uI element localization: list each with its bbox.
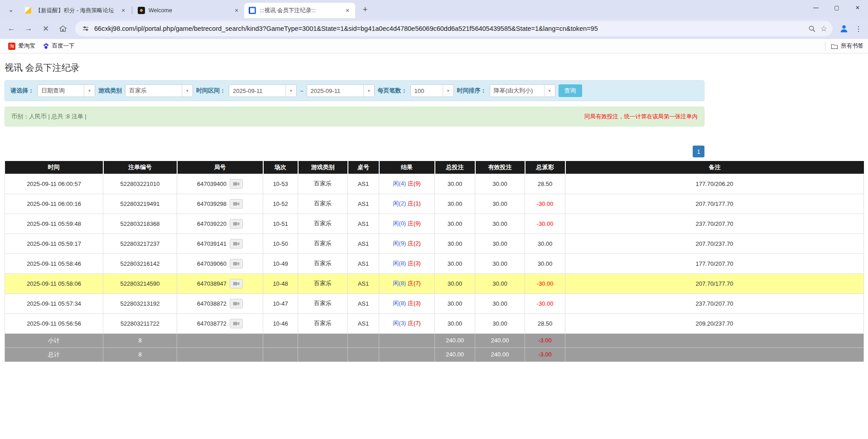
forward-button[interactable]: → — [21, 21, 36, 36]
sort-select[interactable]: 降幂(由大到小) ▼ — [490, 84, 555, 97]
cell-round: 647038772 — [177, 313, 263, 333]
cell-total-bet[interactable]: 30.00 — [435, 194, 475, 214]
subtotal-valid-bet: 240.00 — [475, 333, 525, 347]
result-player: 闲(0) — [393, 220, 406, 227]
all-bookmarks-button[interactable]: 所有书签 — [825, 42, 863, 51]
cell-time: 2025-09-11 06:00:57 — [5, 174, 103, 194]
replay-video-button[interactable] — [230, 319, 243, 328]
chevron-down-icon[interactable]: ▼ — [285, 85, 296, 97]
date-to-value: 2025-09-11 — [307, 88, 363, 94]
tab-welcome[interactable]: Welcome ✕ — [133, 3, 244, 18]
tab-close-icon[interactable]: ✕ — [119, 6, 127, 15]
site-settings-icon[interactable] — [81, 24, 91, 34]
cell-total-bet[interactable]: 30.00 — [435, 273, 475, 293]
chevron-down-icon[interactable]: ▼ — [443, 85, 453, 97]
query-type-value: 日期查询 — [38, 87, 84, 95]
video-replay-icon — [233, 281, 240, 286]
chevron-down-icon[interactable]: ▼ — [182, 85, 193, 97]
back-button[interactable]: ← — [4, 21, 19, 36]
bookmark-aitaobao[interactable]: 淘 爱淘宝 — [5, 41, 39, 51]
cell-valid-bet: 30.00 — [475, 254, 525, 273]
tab-separator — [132, 6, 132, 15]
cell-table-no: AS1 — [348, 313, 379, 333]
query-type-select[interactable]: 日期查询 ▼ — [37, 84, 95, 97]
video-replay-icon — [233, 181, 240, 186]
total-count: 8 — [103, 347, 177, 361]
replay-video-button[interactable] — [230, 259, 243, 268]
cell-payout: 28.50 — [525, 313, 565, 333]
tab-forum[interactable]: 【新提醒】积分 - 海燕策略论坛 ✕ — [20, 3, 131, 18]
game-type-select[interactable]: 百家乐 ▼ — [125, 84, 193, 97]
chevron-down-icon[interactable]: ▼ — [544, 85, 555, 97]
cell-total-bet[interactable]: 30.00 — [435, 293, 475, 313]
close-window-button[interactable]: ✕ — [847, 0, 868, 15]
tab-close-icon[interactable]: ✕ — [343, 6, 352, 15]
zoom-icon[interactable] — [808, 25, 816, 33]
date-to-select[interactable]: 2025-09-11 ▼ — [307, 84, 375, 97]
cell-note: 207.70/237.70 — [565, 234, 864, 254]
cell-total-bet[interactable]: 30.00 — [435, 254, 475, 273]
tab-bet-record[interactable]: :::视讯 会员下注纪录::: ✕ — [244, 3, 355, 18]
url-text[interactable]: 66cxkj98.com/ipl/portal.php/game/betreco… — [94, 25, 808, 32]
tilde-separator: ~ — [300, 88, 304, 94]
maximize-button[interactable]: ▢ — [826, 0, 847, 15]
tab-close-icon[interactable]: ✕ — [232, 6, 241, 15]
bookmarks-bar: 淘 爱淘宝 百度一下 所有书签 — [0, 39, 868, 54]
total-total-bet: 240.00 — [435, 347, 475, 361]
cell-total-bet[interactable]: 30.00 — [435, 234, 475, 254]
url-bar[interactable]: 66cxkj98.com/ipl/portal.php/game/betreco… — [75, 21, 833, 36]
browser-toolbar: ← → ✕ 66cxkj98.com/ipl/portal.php/game/b… — [0, 18, 868, 39]
cell-table-no: AS1 — [348, 254, 379, 273]
sort-value: 降幂(由大到小) — [490, 87, 544, 95]
cell-payout: -30.00 — [525, 293, 565, 313]
cell-table-no: AS1 — [348, 194, 379, 214]
home-button[interactable] — [55, 21, 71, 36]
result-banker: 庄(7) — [408, 280, 421, 287]
tab-title: Welcome — [149, 7, 230, 14]
replay-video-button[interactable] — [230, 279, 243, 288]
cell-bet-id: 522803211722 — [103, 313, 177, 333]
result-player: 闲(4) — [393, 180, 406, 187]
tab-title: :::视讯 会员下注纪录::: — [260, 7, 341, 15]
cell-session: 10-50 — [263, 234, 298, 254]
minimize-button[interactable]: — — [805, 0, 826, 15]
cell-table-no: AS1 — [348, 174, 379, 194]
result-player: 闲(9) — [393, 240, 406, 247]
cell-time: 2025-09-11 05:57:34 — [5, 293, 103, 313]
game-type-label: 游戏类别 — [98, 87, 122, 95]
browser-menu-icon[interactable]: ⋮ — [853, 22, 864, 35]
replay-video-button[interactable] — [230, 179, 243, 189]
stop-button[interactable]: ✕ — [38, 21, 53, 36]
page-number-button[interactable]: 1 — [693, 146, 704, 157]
summary-info-bar: 币别：人民币 | 总共 :8 注单 | 同局有效投注，统一计算在该局第一张注单内 — [5, 107, 704, 127]
cell-total-bet[interactable]: 30.00 — [435, 214, 475, 234]
header-bet-id: 注单编号 — [103, 161, 177, 174]
bookmark-star-icon[interactable]: ☆ — [820, 24, 827, 34]
table-row: 2025-09-11 05:56:56522803211722647038772… — [5, 313, 864, 333]
replay-video-button[interactable] — [230, 299, 243, 308]
profile-avatar[interactable] — [837, 22, 851, 35]
cell-result: 闲(9) 庄(2) — [379, 234, 435, 254]
cell-note: 237.70/207.70 — [565, 293, 864, 313]
replay-video-button[interactable] — [230, 219, 243, 229]
per-page-select[interactable]: 100 ▼ — [410, 84, 454, 97]
bookmark-baidu[interactable]: 百度一下 — [39, 41, 78, 51]
cell-time: 2025-09-11 06:00:16 — [5, 194, 103, 214]
replay-video-button[interactable] — [230, 239, 243, 249]
date-from-select[interactable]: 2025-09-11 ▼ — [229, 84, 297, 97]
header-round: 局号 — [177, 161, 263, 174]
tab-search-chevron-icon[interactable]: ⌄ — [5, 3, 17, 16]
cell-session: 10-53 — [263, 174, 298, 194]
chevron-down-icon[interactable]: ▼ — [363, 85, 374, 97]
pagination: 1 — [5, 146, 704, 157]
cell-valid-bet: 30.00 — [475, 194, 525, 214]
page-content: 视讯 会员下注纪录 请选择： 日期查询 ▼ 游戏类别 百家乐 ▼ 时间区间： 2… — [0, 54, 868, 362]
cell-total-bet[interactable]: 30.00 — [435, 313, 475, 333]
new-tab-button[interactable]: + — [359, 3, 371, 16]
chevron-down-icon[interactable]: ▼ — [84, 85, 95, 97]
query-button[interactable]: 查询 — [559, 84, 582, 97]
cell-total-bet[interactable]: 30.00 — [435, 174, 475, 194]
round-number: 647038947 — [197, 280, 227, 287]
replay-video-button[interactable] — [230, 199, 243, 209]
all-bookmarks-label: 所有书签 — [841, 42, 863, 50]
